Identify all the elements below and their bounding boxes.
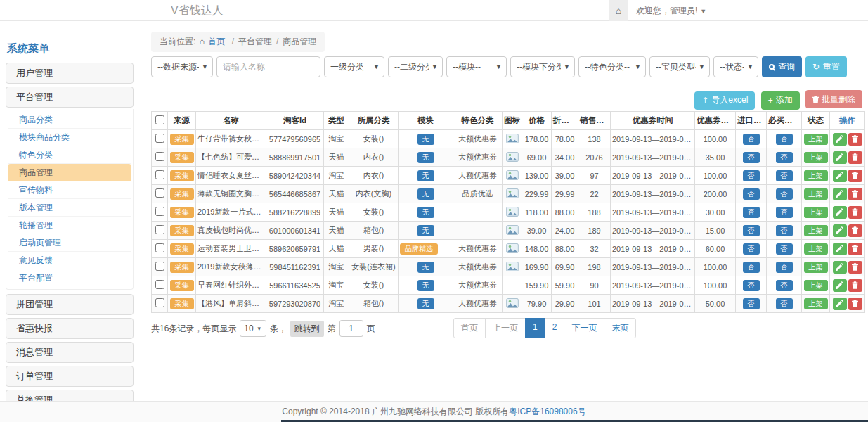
sidebar-group-订单管理[interactable]: 订单管理 <box>6 366 134 387</box>
sidebar-item-宣传物料[interactable]: 宣传物料 <box>8 181 131 199</box>
import-toggle[interactable]: 否 <box>743 188 760 200</box>
must-buy-toggle[interactable]: 否 <box>776 298 793 309</box>
edit-button[interactable] <box>833 133 847 146</box>
add-button[interactable]: +添加 <box>761 91 800 110</box>
import-toggle[interactable]: 否 <box>743 225 760 236</box>
edit-button[interactable] <box>833 298 847 310</box>
edit-button[interactable] <box>833 224 847 237</box>
delete-button[interactable] <box>848 243 862 255</box>
import-toggle[interactable]: 否 <box>743 207 760 218</box>
delete-button[interactable] <box>848 188 862 200</box>
status-badge[interactable]: 上架 <box>804 152 828 163</box>
filter-select[interactable]: --特色分类--▼ <box>578 56 646 77</box>
import-excel-button[interactable]: ↥导入excel <box>694 91 755 110</box>
page-button-上一页[interactable]: 上一页 <box>485 318 526 338</box>
row-checkbox[interactable] <box>155 152 164 161</box>
delete-button[interactable] <box>848 170 862 182</box>
page-button-2[interactable]: 2 <box>545 318 565 338</box>
home-button[interactable]: ⌂ <box>609 0 628 21</box>
sidebar-group-拼团管理[interactable]: 拼团管理 <box>6 294 134 315</box>
delete-button[interactable] <box>848 206 862 219</box>
status-badge[interactable]: 上架 <box>804 243 828 255</box>
status-badge[interactable]: 上架 <box>804 207 828 218</box>
per-page-select[interactable]: 10▼ <box>240 320 266 337</box>
icp-link[interactable]: 粤ICP备16098006号 <box>509 407 585 416</box>
row-checkbox[interactable] <box>155 243 164 252</box>
edit-button[interactable] <box>833 243 847 255</box>
name-input[interactable] <box>216 56 320 77</box>
import-toggle[interactable]: 否 <box>743 262 760 273</box>
page-button-下一页[interactable]: 下一页 <box>564 318 604 338</box>
sidebar-item-版本管理[interactable]: 版本管理 <box>8 199 131 217</box>
must-buy-toggle[interactable]: 否 <box>776 170 793 181</box>
page-button-首页[interactable]: 首页 <box>453 318 486 338</box>
must-buy-toggle[interactable]: 否 <box>776 188 793 200</box>
sidebar-item-模块商品分类[interactable]: 模块商品分类 <box>8 129 131 146</box>
row-checkbox[interactable] <box>155 298 164 307</box>
sidebar-item-轮播管理[interactable]: 轮播管理 <box>8 217 131 234</box>
sidebar-group-消息管理[interactable]: 消息管理 <box>6 342 134 363</box>
delete-button[interactable] <box>848 279 862 292</box>
sidebar-item-特色分类[interactable]: 特色分类 <box>8 146 131 164</box>
breadcrumb-home-link[interactable]: 首页 <box>208 37 225 46</box>
delete-button[interactable] <box>848 151 862 164</box>
import-toggle[interactable]: 否 <box>743 280 760 291</box>
import-toggle[interactable]: 否 <box>743 298 760 309</box>
row-checkbox[interactable] <box>155 262 164 271</box>
sidebar-group-省惠快报[interactable]: 省惠快报 <box>6 318 134 339</box>
jump-button[interactable]: 跳转到 <box>290 321 324 337</box>
filter-select[interactable]: --宝贝类型--▼ <box>649 56 710 77</box>
row-checkbox[interactable] <box>155 170 164 179</box>
status-badge[interactable]: 上架 <box>804 170 828 181</box>
page-number-input[interactable] <box>339 320 363 337</box>
user-menu[interactable]: 欢迎您，管理员!▼ <box>636 0 706 22</box>
status-badge[interactable]: 上架 <box>804 280 828 291</box>
sidebar-item-意见反馈[interactable]: 意见反馈 <box>8 252 131 269</box>
select-all-checkbox[interactable] <box>155 115 164 124</box>
import-toggle[interactable]: 否 <box>743 152 760 163</box>
filter-select[interactable]: --模块下分类--▼ <box>510 56 575 77</box>
batch-delete-button[interactable]: 批量删除 <box>805 90 862 108</box>
status-badge[interactable]: 上架 <box>804 262 828 273</box>
import-toggle[interactable]: 否 <box>743 243 760 255</box>
sidebar-group-平台管理[interactable]: 平台管理 <box>6 87 134 108</box>
sidebar-group-用户管理[interactable]: 用户管理 <box>6 63 134 84</box>
source-select[interactable]: --数据来源--▼ <box>151 56 213 77</box>
status-badge[interactable]: 上架 <box>804 134 828 145</box>
row-checkbox[interactable] <box>155 280 164 289</box>
page-button-1[interactable]: 1 <box>525 318 545 338</box>
must-buy-toggle[interactable]: 否 <box>776 152 793 163</box>
search-button[interactable]: 查询 <box>762 56 802 77</box>
row-checkbox[interactable] <box>155 225 164 234</box>
edit-button[interactable] <box>833 188 847 200</box>
delete-button[interactable] <box>848 224 862 237</box>
filter-select[interactable]: --模块--▼ <box>446 56 507 77</box>
edit-button[interactable] <box>833 170 847 182</box>
must-buy-toggle[interactable]: 否 <box>776 134 793 145</box>
status-badge[interactable]: 上架 <box>804 225 828 236</box>
filter-select[interactable]: --状态--▼ <box>713 56 758 77</box>
edit-button[interactable] <box>833 151 847 164</box>
delete-button[interactable] <box>848 133 862 146</box>
sidebar-item-启动页管理[interactable]: 启动页管理 <box>8 234 131 252</box>
must-buy-toggle[interactable]: 否 <box>776 225 793 236</box>
import-toggle[interactable]: 否 <box>743 134 760 145</box>
edit-button[interactable] <box>833 206 847 219</box>
reset-button[interactable]: ↻重置 <box>805 56 847 77</box>
edit-button[interactable] <box>833 261 847 274</box>
row-checkbox[interactable] <box>155 188 164 198</box>
filter-select[interactable]: --二级分类--▼ <box>388 56 443 77</box>
must-buy-toggle[interactable]: 否 <box>776 243 793 255</box>
status-badge[interactable]: 上架 <box>804 298 828 309</box>
must-buy-toggle[interactable]: 否 <box>776 280 793 291</box>
import-toggle[interactable]: 否 <box>743 170 760 181</box>
status-badge[interactable]: 上架 <box>804 188 828 200</box>
page-button-末页[interactable]: 末页 <box>604 318 636 338</box>
sidebar-item-商品分类[interactable]: 商品分类 <box>8 111 131 129</box>
sidebar-item-商品管理[interactable]: 商品管理 <box>8 164 131 181</box>
delete-button[interactable] <box>848 298 862 310</box>
row-checkbox[interactable] <box>155 134 164 143</box>
edit-button[interactable] <box>833 279 847 292</box>
must-buy-toggle[interactable]: 否 <box>776 207 793 218</box>
must-buy-toggle[interactable]: 否 <box>776 262 793 273</box>
